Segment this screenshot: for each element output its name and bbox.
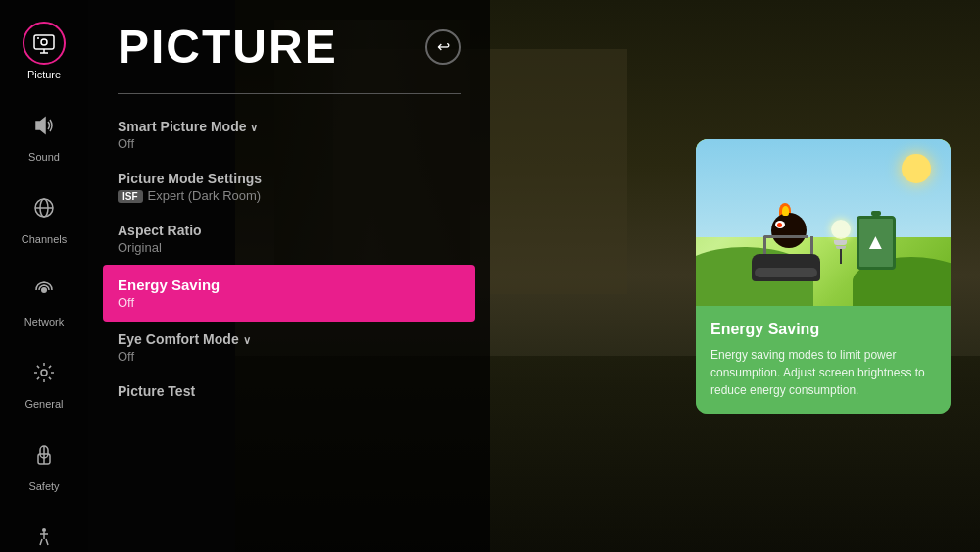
picture-test-label: Picture Test xyxy=(118,383,461,399)
accessibility-icon xyxy=(23,516,66,552)
dropdown-arrow-2: ∨ xyxy=(243,334,251,347)
sidebar-label-picture: Picture xyxy=(27,69,61,80)
menu-item-picture-mode-settings[interactable]: Picture Mode Settings ISFExpert (Dark Ro… xyxy=(118,161,461,213)
picture-mode-badge: ISF xyxy=(118,190,143,203)
svg-point-13 xyxy=(42,528,46,532)
menu-item-aspect-ratio[interactable]: Aspect Ratio Original xyxy=(118,213,461,265)
sidebar-item-safety[interactable]: Safety xyxy=(5,424,83,502)
sun-icon xyxy=(902,154,931,183)
sidebar-item-general[interactable]: General xyxy=(5,341,83,420)
lightbulb-icon xyxy=(831,220,851,264)
svg-point-9 xyxy=(41,287,47,293)
info-card-title: Energy Saving xyxy=(710,321,936,338)
sidebar-item-channels[interactable]: Channels xyxy=(5,176,83,255)
info-card-image: ▲ xyxy=(696,139,951,306)
eye-comfort-mode-label: Eye Comfort Mode ∨ xyxy=(118,331,461,347)
sidebar-item-sound[interactable]: Sound xyxy=(5,94,83,173)
svg-point-10 xyxy=(41,370,47,376)
sidebar: Picture Sound Channels xyxy=(0,0,88,552)
dropdown-arrow: ∨ xyxy=(250,122,258,134)
aspect-ratio-value: Original xyxy=(118,240,461,255)
channels-icon xyxy=(23,186,66,229)
info-card-text-area: Energy Saving Energy saving modes to lim… xyxy=(696,306,951,414)
sidebar-item-accessibility[interactable]: Accessibility xyxy=(5,506,83,552)
info-card: ▲ Energy Saving Energy saving modes to l… xyxy=(696,139,951,414)
sidebar-label-general: General xyxy=(24,398,63,410)
picture-icon xyxy=(23,22,66,65)
menu-item-energy-saving[interactable]: Energy Saving Off xyxy=(103,265,475,322)
sound-icon xyxy=(23,104,66,147)
eye-comfort-mode-value: Off xyxy=(118,349,461,364)
menu-header: PICTURE ↩ xyxy=(118,20,461,74)
svg-point-4 xyxy=(37,37,39,39)
menu-item-eye-comfort-mode[interactable]: Eye Comfort Mode ∨ Off xyxy=(118,322,461,374)
energy-saving-value: Off xyxy=(118,295,461,310)
svg-marker-5 xyxy=(36,118,45,133)
sidebar-item-network[interactable]: Network xyxy=(5,259,83,337)
picture-mode-settings-value: ISFExpert (Dark Room) xyxy=(118,188,461,203)
svg-point-3 xyxy=(41,39,47,45)
sidebar-item-picture[interactable]: Picture xyxy=(5,12,83,90)
smart-picture-mode-value: Off xyxy=(118,136,461,151)
network-icon xyxy=(23,269,66,312)
aspect-ratio-label: Aspect Ratio xyxy=(118,223,461,238)
sidebar-label-network: Network xyxy=(24,316,64,327)
svg-rect-0 xyxy=(34,35,54,49)
safety-icon xyxy=(23,433,66,477)
menu-panel: PICTURE ↩ Smart Picture Mode ∨ Off Pictu… xyxy=(88,0,490,552)
page-title: PICTURE xyxy=(118,20,338,74)
smart-picture-mode-label: Smart Picture Mode ∨ xyxy=(118,119,461,134)
battery-icon: ▲ xyxy=(857,211,896,270)
menu-divider xyxy=(118,93,461,94)
menu-item-picture-test[interactable]: Picture Test xyxy=(118,374,461,409)
back-button[interactable]: ↩ xyxy=(425,29,461,65)
picture-mode-settings-label: Picture Mode Settings xyxy=(118,171,461,186)
general-icon xyxy=(23,351,66,394)
info-card-description: Energy saving modes to limit power consu… xyxy=(710,346,936,399)
sidebar-label-sound: Sound xyxy=(28,151,60,163)
sidebar-label-channels: Channels xyxy=(22,233,67,245)
menu-item-smart-picture-mode[interactable]: Smart Picture Mode ∨ Off xyxy=(118,109,461,161)
energy-saving-label: Energy Saving xyxy=(118,276,461,293)
character-illustration xyxy=(752,203,825,281)
sidebar-label-safety: Safety xyxy=(28,480,59,492)
